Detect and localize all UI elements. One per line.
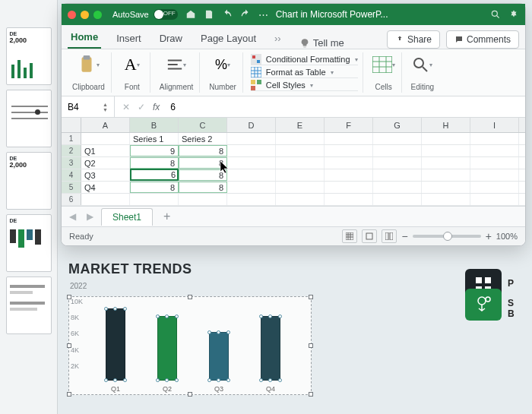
chart-bar[interactable] xyxy=(157,316,177,381)
col-header[interactable]: G xyxy=(373,118,422,132)
zoom-level[interactable]: 100% xyxy=(496,232,518,241)
autosave-toggle[interactable]: AutoSave OFF xyxy=(112,9,178,20)
row-header[interactable]: 3 xyxy=(62,157,81,169)
cell[interactable]: 8 xyxy=(179,182,227,193)
sheet-prev[interactable]: ◀ xyxy=(66,211,79,222)
cell[interactable]: Q2 xyxy=(81,157,130,169)
row-header[interactable]: 1 xyxy=(62,133,81,144)
search-icon[interactable] xyxy=(490,9,501,20)
tab-page-layout[interactable]: Page Layout xyxy=(198,28,259,49)
cell[interactable]: 9 xyxy=(130,145,179,156)
col-header[interactable]: H xyxy=(422,118,470,132)
share-icon xyxy=(395,35,404,44)
svg-point-21 xyxy=(486,297,490,302)
column-headers: A B C D E F G H I xyxy=(62,118,525,133)
spreadsheet-grid[interactable]: 1 Series 1 Series 2 2 Q1 9 8 3 Q2 8 8 4 … xyxy=(62,133,525,206)
slide-thumb[interactable] xyxy=(6,277,52,334)
slide-thumb[interactable]: DE xyxy=(6,214,52,272)
tell-me[interactable]: Tell me xyxy=(299,37,344,49)
cell[interactable] xyxy=(81,133,130,144)
zoom-in[interactable]: + xyxy=(486,230,492,242)
group-clipboard[interactable]: ▾ Clipboard xyxy=(66,52,112,93)
col-header[interactable]: D xyxy=(227,118,276,132)
cell[interactable]: 8 xyxy=(179,169,227,181)
slides-thumbnails: DE 2,000 DE 2,000 DE xyxy=(0,0,58,414)
align-icon: ▾ xyxy=(165,54,188,75)
cell[interactable]: 8 xyxy=(179,157,227,169)
tab-draw[interactable]: Draw xyxy=(157,28,185,49)
cell[interactable]: 8 xyxy=(130,182,179,193)
svg-rect-13 xyxy=(366,233,372,239)
save-icon[interactable] xyxy=(204,9,214,20)
cancel-icon[interactable]: ✕ xyxy=(122,102,130,112)
cell[interactable]: Q4 xyxy=(81,182,130,193)
col-header[interactable]: F xyxy=(325,118,373,132)
name-box[interactable]: B4 ▲▼ xyxy=(62,96,115,117)
row-header[interactable]: 4 xyxy=(62,169,81,181)
group-font[interactable]: A▾ Font xyxy=(115,52,150,93)
confirm-icon[interactable]: ✓ xyxy=(138,102,145,112)
chart-section: MARKET TRENDS 2022 2K4K6K8K10KQ1Q2Q3Q4 xyxy=(68,261,494,395)
chart-bar[interactable] xyxy=(261,316,280,381)
share-button[interactable]: Share xyxy=(387,30,440,49)
cell[interactable]: Series 2 xyxy=(179,133,227,144)
sheet-next[interactable]: ▶ xyxy=(84,211,97,222)
col-header[interactable]: E xyxy=(276,118,325,132)
cell[interactable]: Q3 xyxy=(81,169,130,181)
zoom-slider[interactable] xyxy=(413,235,481,238)
close-button[interactable] xyxy=(68,11,76,19)
add-sheet[interactable]: + xyxy=(157,210,176,223)
view-page-layout[interactable] xyxy=(362,229,377,243)
name-box-stepper[interactable]: ▲▼ xyxy=(103,102,108,112)
cell[interactable]: 8 xyxy=(179,145,227,156)
cell[interactable]: Series 1 xyxy=(130,133,179,144)
col-header[interactable]: A xyxy=(81,118,130,132)
sheet-tab[interactable]: Sheet1 xyxy=(101,208,153,226)
slide-thumb[interactable] xyxy=(6,90,52,147)
col-header[interactable]: B xyxy=(130,118,179,132)
view-page-break[interactable] xyxy=(382,229,397,243)
formula-input[interactable]: 6 xyxy=(166,96,525,117)
bulb-icon xyxy=(299,38,310,49)
chart-bar[interactable] xyxy=(106,308,125,381)
cell-styles[interactable]: Cell Styles▾ xyxy=(251,80,358,91)
settings-icon[interactable] xyxy=(508,9,519,20)
col-header[interactable]: I xyxy=(470,118,519,132)
tab-home[interactable]: Home xyxy=(68,27,101,49)
group-number[interactable]: %▾ Number xyxy=(203,52,243,93)
col-header[interactable]: C xyxy=(179,118,227,132)
row-header[interactable]: 2 xyxy=(62,145,81,156)
group-cells[interactable]: ▾ Cells xyxy=(366,52,402,93)
slide-thumb[interactable]: DE 2,000 xyxy=(6,152,52,210)
cell[interactable]: Q1 xyxy=(81,145,130,156)
cell[interactable]: 8 xyxy=(130,157,179,169)
maximize-button[interactable] xyxy=(93,11,102,19)
format-as-table[interactable]: Format as Table▾ xyxy=(251,67,358,78)
conditional-formatting[interactable]: Conditional Formatting▾ xyxy=(251,54,358,65)
tab-overflow[interactable]: ›› xyxy=(271,28,284,49)
svg-rect-4 xyxy=(252,55,255,58)
slide-thumb[interactable]: DE 2,000 xyxy=(6,27,52,85)
group-editing[interactable]: ▾ Editing xyxy=(405,52,441,93)
row-header[interactable]: 5 xyxy=(62,182,81,193)
titlebar: AutoSave OFF ⋯ Chart in Microsoft PowerP… xyxy=(62,4,525,25)
table-icon xyxy=(251,67,261,77)
zoom-out[interactable]: − xyxy=(401,230,407,242)
cell-active[interactable]: 6 xyxy=(130,169,179,181)
undo-icon[interactable] xyxy=(222,9,233,20)
redo-icon[interactable] xyxy=(240,9,251,20)
svg-rect-5 xyxy=(257,60,260,63)
ribbon-tabs: Home Insert Draw Page Layout ›› Tell me … xyxy=(62,25,525,49)
chart-object[interactable]: 2K4K6K8K10KQ1Q2Q3Q4 xyxy=(68,296,312,395)
overflow-icon[interactable]: ⋯ xyxy=(258,9,268,21)
minimize-button[interactable] xyxy=(81,11,89,19)
group-alignment[interactable]: ▾ Alignment xyxy=(154,52,200,93)
svg-rect-15 xyxy=(390,232,393,240)
home-icon[interactable] xyxy=(185,9,196,20)
row-header[interactable]: 6 xyxy=(62,194,81,205)
chart-bar[interactable] xyxy=(209,332,229,381)
status-bar: Ready − + 100% xyxy=(62,227,525,245)
view-normal[interactable] xyxy=(342,229,357,243)
tab-insert[interactable]: Insert xyxy=(113,28,144,49)
comments-button[interactable]: Comments xyxy=(446,30,519,49)
